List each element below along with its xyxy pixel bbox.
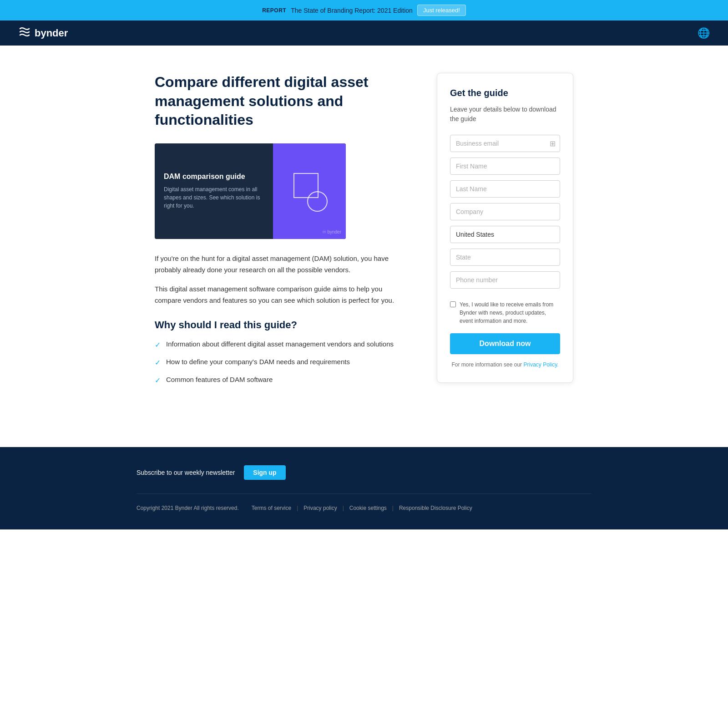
checklist-item-3: Common features of DAM software <box>166 375 273 385</box>
download-now-button[interactable]: Download now <box>450 333 560 354</box>
body-text-2: This digital asset management software c… <box>155 283 410 306</box>
page-title: Compare different digital asset manageme… <box>155 73 410 130</box>
check-icon-2: ✓ <box>155 357 161 368</box>
form-subtitle: Leave your details below to download the… <box>450 105 560 124</box>
business-email-input[interactable] <box>450 135 560 152</box>
list-item: ✓ Common features of DAM software <box>155 375 410 386</box>
checklist: ✓ Information about different digital as… <box>155 339 410 386</box>
list-item: ✓ Information about different digital as… <box>155 339 410 351</box>
privacy-note-text: For more information see our <box>451 361 522 368</box>
phone-input[interactable] <box>450 271 560 289</box>
banner-text: The State of Branding Report: 2021 Editi… <box>291 7 413 14</box>
company-input[interactable] <box>450 203 560 220</box>
footer-links: Copyright 2021 Bynder All rights reserve… <box>136 505 592 511</box>
email-consent-checkbox[interactable] <box>450 301 456 307</box>
globe-icon[interactable]: 🌐 <box>698 27 710 39</box>
privacy-note: For more information see our Privacy Pol… <box>450 361 560 368</box>
footer-divider-2: | <box>343 505 344 511</box>
footer-link-privacy[interactable]: Privacy policy <box>303 505 337 511</box>
checklist-item-2: How to define your company's DAM needs a… <box>166 357 350 367</box>
check-icon-1: ✓ <box>155 340 161 351</box>
just-released-button[interactable]: Just released! <box>417 5 466 16</box>
form-card: Get the guide Leave your details below t… <box>437 73 573 383</box>
footer-divider-3: | <box>392 505 394 511</box>
guide-image-right: ♾ bynder <box>273 143 346 239</box>
guide-image-desc: Digital asset management comes in all sh… <box>164 185 264 210</box>
bynder-watermark: ♾ bynder <box>322 229 341 234</box>
navbar: bynder 🌐 <box>0 20 728 46</box>
footer-newsletter: Subscribe to our weekly newsletter Sign … <box>136 465 592 494</box>
email-consent-row: Yes, I would like to receive emails from… <box>450 300 560 325</box>
list-item: ✓ How to define your company's DAM needs… <box>155 357 410 368</box>
shape-circle <box>307 191 328 212</box>
dam-shapes <box>287 168 332 214</box>
email-field-wrapper: ⊞ <box>450 135 560 152</box>
newsletter-text: Subscribe to our weekly newsletter <box>136 469 235 476</box>
state-input[interactable] <box>450 249 560 266</box>
footer-divider-1: | <box>297 505 298 511</box>
sign-up-button[interactable]: Sign up <box>244 465 285 480</box>
guide-image: DAM comparison guide Digital asset manag… <box>155 143 346 239</box>
left-column: Compare different digital asset manageme… <box>155 73 410 392</box>
check-icon-3: ✓ <box>155 375 161 386</box>
privacy-policy-link[interactable]: Privacy Policy. <box>523 361 558 368</box>
top-banner: REPORT The State of Branding Report: 202… <box>0 0 728 20</box>
guide-image-left: DAM comparison guide Digital asset manag… <box>155 159 273 224</box>
form-title: Get the guide <box>450 88 560 98</box>
footer: Subscribe to our weekly newsletter Sign … <box>0 447 728 529</box>
main-content: Compare different digital asset manageme… <box>136 46 592 420</box>
body-text-1: If you're on the hunt for a digital asse… <box>155 253 410 276</box>
email-consent-label[interactable]: Yes, I would like to receive emails from… <box>460 300 560 325</box>
last-name-input[interactable] <box>450 180 560 198</box>
footer-link-terms[interactable]: Terms of service <box>252 505 291 511</box>
logo-icon <box>18 27 31 39</box>
why-section-title: Why should I read this guide? <box>155 319 410 331</box>
brand-name: bynder <box>35 27 68 39</box>
guide-image-title: DAM comparison guide <box>164 173 264 181</box>
copyright-text: Copyright 2021 Bynder All rights reserve… <box>136 505 239 511</box>
report-label: REPORT <box>262 7 286 14</box>
footer-link-cookies[interactable]: Cookie settings <box>349 505 387 511</box>
footer-link-disclosure[interactable]: Responsible Disclosure Policy <box>399 505 472 511</box>
country-input[interactable] <box>450 226 560 243</box>
brand-logo[interactable]: bynder <box>18 27 68 39</box>
email-icon: ⊞ <box>550 139 556 148</box>
checklist-item-1: Information about different digital asse… <box>166 339 394 350</box>
first-name-input[interactable] <box>450 158 560 175</box>
